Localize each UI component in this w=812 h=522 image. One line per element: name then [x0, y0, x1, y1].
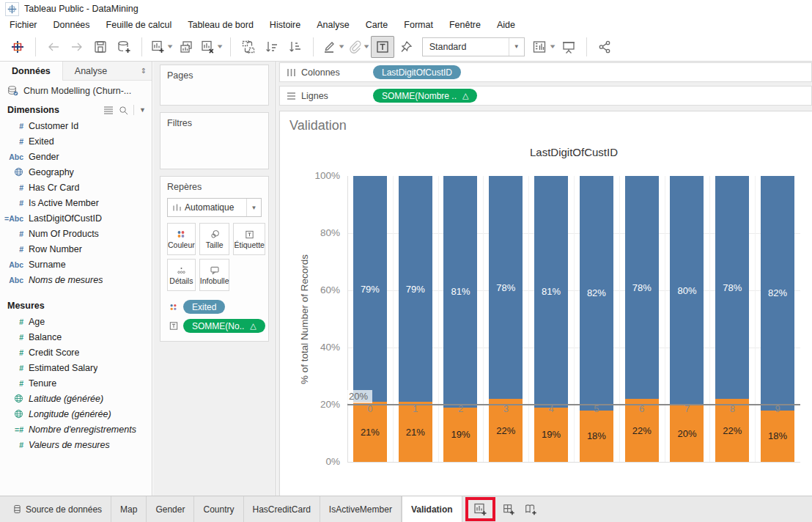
- field-has-cr-card[interactable]: #Has Cr Card: [0, 180, 152, 195]
- stacked-bar-2[interactable]: 81%19%: [443, 176, 477, 462]
- stacked-bar-5[interactable]: 82%18%: [580, 176, 613, 462]
- field-longitude-g-n-r-e[interactable]: Longitude (générée): [0, 406, 152, 422]
- field-tenure[interactable]: #Tenure: [0, 375, 152, 391]
- chevron-down-icon[interactable]: ▼: [509, 38, 524, 56]
- sheet-tab-map[interactable]: Map: [111, 496, 147, 522]
- menu-analyse[interactable]: Analyse: [309, 18, 357, 32]
- undo-button[interactable]: [42, 36, 65, 58]
- stacked-bar-9[interactable]: 82%18%: [761, 176, 794, 462]
- highlight-button[interactable]: ▼: [320, 36, 346, 58]
- menu-tableau-de-bord[interactable]: Tableau de bord: [180, 18, 262, 32]
- new-story-button[interactable]: [520, 499, 542, 520]
- menu-aide[interactable]: Aide: [489, 18, 523, 32]
- presentation-mode-button[interactable]: [557, 36, 580, 58]
- sheet-tab-isactivemember[interactable]: IsActiveMember: [320, 496, 402, 522]
- bar-segment-blue[interactable]: 81%: [443, 176, 477, 408]
- sort-descending-button[interactable]: [284, 36, 307, 58]
- stacked-bar-7[interactable]: 80%20%: [670, 176, 704, 462]
- reference-line[interactable]: [347, 404, 800, 405]
- tableau-logo-button[interactable]: [6, 36, 29, 58]
- field-exited[interactable]: #Exited: [0, 133, 152, 149]
- sheet-tab-source-de-donn-es[interactable]: Source de données: [4, 496, 111, 522]
- menu-histoire[interactable]: Histoire: [262, 18, 309, 32]
- stacked-bar-6[interactable]: 78%22%: [625, 176, 659, 462]
- field-customer-id[interactable]: #Customer Id: [0, 118, 152, 133]
- tab-analyse[interactable]: Analyse: [62, 62, 136, 81]
- sheet-tab-hascreditcard[interactable]: HasCreditCard: [244, 496, 320, 522]
- field-is-active-member[interactable]: #Is Active Member: [0, 195, 152, 210]
- show-mark-labels-button[interactable]: [371, 36, 394, 58]
- field-age[interactable]: #Age: [0, 314, 152, 329]
- bar-segment-blue[interactable]: 78%: [489, 176, 523, 399]
- sort-ascending-button[interactable]: [260, 36, 284, 58]
- field-num-of-products[interactable]: #Num Of Products: [0, 226, 152, 241]
- new-dashboard-button[interactable]: [498, 499, 520, 520]
- duplicate-sheet-button[interactable]: [174, 36, 198, 58]
- bar-segment-blue[interactable]: 82%: [761, 176, 794, 411]
- bar-segment-blue[interactable]: 78%: [625, 176, 659, 399]
- stacked-bar-8[interactable]: 78%22%: [715, 176, 749, 462]
- menu-donn-es[interactable]: Données: [45, 18, 98, 32]
- redo-button[interactable]: [65, 36, 89, 58]
- chevron-down-icon[interactable]: ▼: [139, 106, 146, 114]
- marks-infobulle-button[interactable]: Infobulle: [199, 259, 230, 291]
- clear-sheet-button[interactable]: ▼: [198, 36, 224, 58]
- tab-donnees[interactable]: Données: [0, 62, 62, 81]
- rows-shelf[interactable]: Lignes SOMME(Nombre ..△: [279, 86, 812, 106]
- marks-d-tails-button[interactable]: Détails: [167, 259, 196, 291]
- menu-fen-tre[interactable]: Fenêtre: [441, 18, 489, 32]
- pages-shelf[interactable]: Pages: [160, 65, 269, 106]
- chevron-down-icon[interactable]: ▼: [246, 199, 261, 216]
- swap-axes-button[interactable]: [237, 36, 260, 58]
- stacked-bar-3[interactable]: 78%22%: [489, 176, 523, 462]
- filters-shelf[interactable]: Filtres: [160, 112, 269, 169]
- paperclip-button[interactable]: ▼: [346, 36, 371, 58]
- field-latitude-g-n-r-e[interactable]: Latitude (générée): [0, 391, 152, 406]
- pill-somme-no[interactable]: SOMME(No..△: [183, 319, 265, 333]
- stacked-bar-1[interactable]: 79%21%: [399, 176, 432, 462]
- sheet-tab-gender[interactable]: Gender: [147, 496, 194, 522]
- marks-couleur-button[interactable]: Couleur: [167, 223, 196, 255]
- bar-segment-blue[interactable]: 81%: [534, 176, 568, 408]
- bar-segment-blue[interactable]: 80%: [670, 176, 704, 405]
- field-valeurs-de-mesures[interactable]: #Valeurs de mesures: [0, 437, 152, 452]
- field-lastdigitofcustid[interactable]: =AbcLastDigitOfCustID: [0, 210, 152, 226]
- pill-exited[interactable]: Exited: [183, 300, 225, 314]
- datasource-item[interactable]: Churn Modelling (Churn-...: [0, 81, 152, 102]
- menu-fichier[interactable]: Fichier: [1, 18, 45, 32]
- bar-segment-orange[interactable]: 19%: [443, 408, 477, 462]
- field-row-number[interactable]: #Row Number: [0, 241, 152, 257]
- bar-segment-orange[interactable]: 18%: [580, 411, 613, 462]
- field-noms-de-mesures[interactable]: AbcNoms de mesures: [0, 272, 152, 287]
- field-nombre-d-enregistrements[interactable]: =#Nombre d'enregistrements: [0, 422, 152, 437]
- sheet-tab-country[interactable]: Country: [194, 496, 243, 522]
- pin-button[interactable]: [394, 36, 418, 58]
- mark-type-dropdown[interactable]: Automatique ▼: [167, 198, 262, 217]
- sheet-tab-validation[interactable]: Validation: [402, 496, 462, 522]
- bar-segment-orange[interactable]: 19%: [534, 408, 568, 462]
- field-balance[interactable]: #Balance: [0, 329, 152, 345]
- bar-segment-blue[interactable]: 79%: [399, 176, 432, 402]
- pill-lastdigitofcustid[interactable]: LastDigitOfCustID: [373, 65, 461, 79]
- show-me-button[interactable]: ▼: [529, 36, 557, 58]
- columns-shelf[interactable]: Colonnes LastDigitOfCustID: [279, 62, 812, 82]
- field-credit-score[interactable]: #Credit Score: [0, 345, 152, 360]
- pane-swap-icon[interactable]: ⇕: [136, 62, 152, 81]
- share-button[interactable]: [593, 36, 616, 58]
- marks-tiquette-button[interactable]: Étiquette: [233, 223, 265, 255]
- new-worksheet-button[interactable]: ▼: [148, 36, 174, 58]
- field-estimated-salary[interactable]: #Estimated Salary: [0, 360, 152, 375]
- menu-feuille-de-calcul[interactable]: Feuille de calcul: [98, 18, 180, 32]
- save-button[interactable]: [89, 36, 112, 58]
- bar-segment-blue[interactable]: 79%: [353, 176, 387, 402]
- marks-taille-button[interactable]: Taille: [199, 223, 230, 255]
- field-surname[interactable]: AbcSurname: [0, 257, 152, 272]
- view-mode-dropdown[interactable]: Standard▼: [422, 37, 525, 56]
- bar-segment-blue[interactable]: 82%: [580, 176, 613, 411]
- menu-carte[interactable]: Carte: [358, 18, 396, 32]
- stacked-bar-0[interactable]: 79%21%: [353, 176, 387, 462]
- menu-format[interactable]: Format: [396, 18, 441, 32]
- bar-segment-orange[interactable]: 18%: [761, 411, 794, 462]
- bar-segment-blue[interactable]: 78%: [715, 176, 749, 399]
- search-icon[interactable]: [119, 106, 128, 115]
